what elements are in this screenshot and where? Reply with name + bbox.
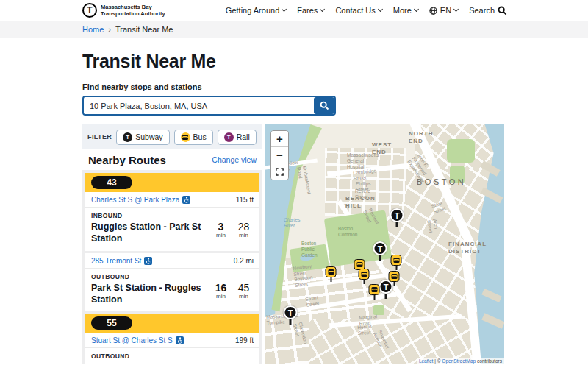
- stop-link[interactable]: Stuart St @ Charles St S: [91, 336, 184, 344]
- time-value: 3: [211, 221, 231, 233]
- bus-icon: [181, 132, 190, 142]
- prediction-time: 16min: [211, 282, 231, 306]
- map[interactable]: NORTH ENDWEST ENDBOSTONBEACON HILLFINANC…: [265, 124, 504, 364]
- fullscreen-button[interactable]: [271, 163, 288, 180]
- route-number-pill: 43: [91, 176, 132, 189]
- bus-stop-marker[interactable]: [389, 271, 400, 286]
- chevron-down-icon: [282, 7, 287, 12]
- bus-icon: [326, 266, 337, 277]
- time-value: 15: [211, 361, 231, 364]
- bus-stop-marker[interactable]: [326, 266, 337, 282]
- zoom-out-button[interactable]: −: [271, 147, 288, 163]
- zoom-in-button[interactable]: +: [271, 131, 288, 147]
- route-stop-section: Stuart St @ Charles St S199 ftOUTBOUNDPa…: [85, 333, 259, 364]
- osm-link[interactable]: OpenStreetMap: [442, 358, 476, 364]
- map-label: NORTH END: [409, 130, 433, 145]
- map-attribution: Leaflet | © OpenStreetMap contributors: [417, 358, 504, 364]
- filter-bus-button[interactable]: Bus: [174, 130, 213, 145]
- marker-stem: [330, 277, 331, 282]
- headsign-row: Park St Station - Jersey St & Queensberr…: [85, 361, 259, 364]
- map-label: Herald Street: [357, 324, 372, 337]
- time-value: 16: [211, 282, 231, 294]
- map-label: Boylston Street: [294, 275, 314, 289]
- map-label: Cambridge Street: [353, 168, 377, 182]
- direction-label: INBOUND: [85, 208, 259, 220]
- nav-more[interactable]: More: [393, 6, 418, 15]
- change-view-link[interactable]: Change view: [212, 155, 257, 164]
- mbta-logo[interactable]: T Massachusetts Bay Transportation Autho…: [82, 3, 165, 18]
- chevron-down-icon: [414, 7, 419, 12]
- breadcrumb-home-link[interactable]: Home: [82, 25, 104, 34]
- filter-button-label: Bus: [193, 132, 207, 141]
- subway-station-marker[interactable]: T: [284, 305, 298, 325]
- time-unit: min: [234, 232, 254, 238]
- attribution-text: | ©: [433, 358, 442, 364]
- stop-distance: 199 ft: [235, 336, 254, 344]
- headsign-row: Ruggles Station - Park St Station3min28m…: [85, 220, 259, 251]
- prediction-time: 45min: [234, 282, 254, 306]
- site-header: T Massachusetts Bay Transportation Autho…: [0, 0, 588, 21]
- subway-station-marker[interactable]: T: [390, 208, 404, 227]
- headsign-row: Park St Station - Ruggles Station16min45…: [85, 281, 259, 312]
- map-label: Boston Public Garden: [301, 241, 318, 258]
- prediction-time: 15min: [211, 361, 231, 364]
- nav-contact-us[interactable]: Contact Us: [335, 6, 381, 15]
- breadcrumb: Home › Transit Near Me: [82, 25, 507, 34]
- headsign: Park St Station - Ruggles Station: [91, 282, 208, 306]
- time-unit: min: [211, 232, 231, 238]
- bus-stop-marker[interactable]: [359, 269, 370, 284]
- time-unit: min: [211, 293, 231, 300]
- nav-fares[interactable]: Fares: [297, 6, 324, 15]
- marker-stem: [393, 282, 395, 286]
- subway-station-marker[interactable]: T: [373, 241, 387, 261]
- bus-icon: [391, 255, 402, 266]
- map-label: Stuart Street: [305, 294, 320, 308]
- map-label: Revere Street: [355, 188, 370, 200]
- chevron-down-icon: [320, 7, 325, 12]
- route-card-header: 43: [85, 173, 259, 192]
- accessibility-icon: [144, 257, 152, 265]
- breadcrumb-current: Transit Near Me: [115, 25, 173, 34]
- stop-name: Stuart St @ Charles St S: [91, 336, 173, 344]
- page-title: Transit Near Me: [82, 51, 507, 72]
- map-label: Embankment Road: [295, 166, 312, 196]
- nav-label: Contact Us: [335, 6, 375, 15]
- bus-glyph: [391, 274, 397, 279]
- location-search-button[interactable]: [314, 97, 334, 114]
- marker-stem: [363, 280, 365, 284]
- stop-distance: 115 ft: [236, 196, 254, 204]
- filter-subway-button[interactable]: T Subway: [116, 130, 169, 145]
- bus-stop-marker[interactable]: [369, 284, 380, 300]
- search-icon: [498, 6, 507, 15]
- location-search-input[interactable]: [82, 96, 336, 116]
- leaflet-link[interactable]: Leaflet: [419, 358, 434, 364]
- bus-glyph: [371, 287, 377, 292]
- bus-glyph: [361, 272, 367, 277]
- chevron-down-icon: [453, 7, 459, 12]
- accessibility-icon: [176, 336, 184, 344]
- route-stop-section: 285 Tremont St0.2 miOUTBOUNDPark St Stat…: [85, 253, 259, 312]
- search-icon: [320, 101, 329, 110]
- filter-button-label: Subway: [135, 132, 162, 141]
- filter-label: FILTER: [87, 133, 112, 141]
- mbta-t-icon: T: [390, 208, 404, 222]
- headsign: Park St Station - Jersey St & Queensberr…: [91, 361, 208, 364]
- time-unit: min: [234, 293, 254, 300]
- nav-search[interactable]: Search: [469, 6, 507, 15]
- search-label: Find nearby stops and stations: [82, 82, 507, 91]
- route-number-pill: 55: [91, 316, 132, 330]
- stop-link[interactable]: 285 Tremont St: [91, 257, 152, 265]
- bus-stop-marker[interactable]: [391, 255, 402, 270]
- direction-label: OUTBOUND: [85, 348, 259, 361]
- time-value: 28: [234, 221, 254, 233]
- nav-language[interactable]: EN: [429, 6, 458, 15]
- mbta-t-icon: T: [82, 3, 97, 18]
- filter-rail-button[interactable]: T Rail: [218, 130, 257, 145]
- stop-link[interactable]: Charles St S @ Park Plaza: [91, 196, 190, 204]
- headsign: Ruggles Station - Park St Station: [91, 221, 208, 245]
- nav-label: EN: [440, 6, 451, 15]
- nav-getting-around[interactable]: Getting Around: [226, 6, 286, 15]
- nav-label: More: [393, 6, 412, 15]
- globe-icon: [429, 7, 437, 15]
- nearby-routes-pane: FILTER T Subway Bus T Rail Nearby Routes…: [82, 124, 262, 364]
